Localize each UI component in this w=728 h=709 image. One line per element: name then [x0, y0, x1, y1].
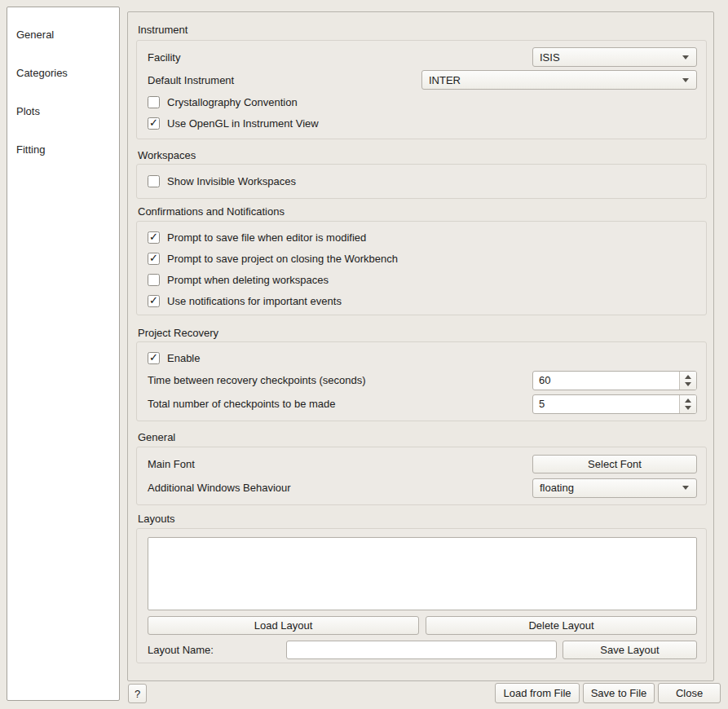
time-between-checkpoints-value: 60 [533, 372, 679, 390]
prompt-save-project-checkbox[interactable]: ✓ [148, 253, 160, 265]
windows-behaviour-label: Additional Windows Behaviour [148, 482, 291, 494]
sidebar-item-fitting[interactable]: Fitting [7, 130, 119, 169]
prompt-save-file-label: Prompt to save file when editor is modif… [167, 231, 366, 244]
chevron-down-icon [682, 55, 689, 59]
general-group: Main Font Select Font Additional Windows… [136, 447, 707, 505]
check-icon: ✓ [149, 231, 158, 242]
section-header-confirmations: Confirmations and Notifications [138, 205, 285, 218]
total-checkpoints-value: 5 [533, 395, 679, 413]
delete-layout-button[interactable]: Delete Layout [426, 616, 697, 635]
layouts-group: Load Layout Delete Layout Layout Name: S… [136, 528, 707, 663]
section-header-project-recovery: Project Recovery [138, 327, 218, 340]
close-button-label: Close [676, 687, 703, 699]
sidebar-item-general[interactable]: General [7, 15, 119, 54]
settings-category-list: General Categories Plots Fitting [7, 7, 120, 701]
layout-name-label: Layout Name: [148, 644, 286, 656]
confirmations-group: ✓ Prompt to save file when editor is mod… [136, 221, 707, 315]
default-instrument-combobox[interactable]: INTER [421, 70, 697, 90]
help-button-label: ? [135, 688, 140, 700]
check-icon: ✓ [149, 352, 158, 363]
instrument-group: Facility ISIS Default Instrument INTER ✓… [136, 40, 707, 139]
prompt-deleting-workspaces-checkbox[interactable]: ✓ [148, 274, 160, 286]
prompt-save-file-checkbox[interactable]: ✓ [148, 231, 160, 244]
show-invisible-workspaces-label: Show Invisible Workspaces [167, 175, 296, 187]
time-between-checkpoints-spinbox[interactable]: 60 [532, 371, 697, 390]
section-header-layouts: Layouts [138, 513, 175, 526]
layout-name-input[interactable] [286, 641, 557, 659]
recovery-enable-label: Enable [167, 352, 200, 364]
main-font-label: Main Font [148, 458, 195, 470]
spin-down-icon[interactable] [685, 406, 691, 410]
total-checkpoints-label: Total number of checkpoints to be made [148, 398, 336, 410]
help-button[interactable]: ? [128, 684, 147, 703]
close-button[interactable]: Close [658, 683, 721, 703]
spin-up-icon[interactable] [685, 375, 691, 379]
saved-layouts-list[interactable] [148, 537, 697, 610]
select-font-button-label: Select Font [588, 458, 642, 470]
workspaces-group: ✓ Show Invisible Workspaces [136, 164, 707, 199]
section-header-workspaces: Workspaces [138, 149, 196, 162]
load-from-file-button[interactable]: Load from File [495, 683, 580, 703]
load-layout-button[interactable]: Load Layout [148, 616, 419, 635]
default-instrument-combobox-value: INTER [422, 74, 682, 86]
spin-up-icon[interactable] [685, 399, 691, 403]
crystallography-convention-checkbox[interactable]: ✓ [148, 96, 160, 108]
windows-behaviour-combobox-value: floating [533, 482, 682, 494]
facility-combobox[interactable]: ISIS [532, 47, 697, 67]
sidebar-item-plots[interactable]: Plots [7, 92, 119, 130]
project-recovery-group: ✓ Enable Time between recovery checkpoin… [136, 341, 707, 421]
sidebar-item-categories[interactable]: Categories [7, 54, 119, 92]
check-icon: ✓ [149, 117, 158, 128]
facility-label: Facility [148, 51, 180, 64]
delete-layout-button-label: Delete Layout [528, 619, 593, 632]
section-header-instrument: Instrument [138, 24, 188, 37]
save-layout-button[interactable]: Save Layout [563, 641, 697, 659]
spinner-buttons[interactable] [679, 372, 696, 390]
save-to-file-button[interactable]: Save to File [583, 683, 655, 703]
default-instrument-label: Default Instrument [148, 74, 234, 86]
prompt-deleting-workspaces-label: Prompt when deleting workspaces [167, 274, 329, 286]
total-checkpoints-spinbox[interactable]: 5 [532, 394, 697, 414]
select-font-button[interactable]: Select Font [532, 455, 697, 473]
use-notifications-checkbox[interactable]: ✓ [148, 295, 160, 307]
crystallography-convention-label: Crystallography Convention [167, 96, 298, 108]
prompt-save-project-label: Prompt to save project on closing the Wo… [167, 253, 398, 265]
windows-behaviour-combobox[interactable]: floating [532, 478, 697, 498]
spinner-buttons[interactable] [679, 395, 696, 413]
save-to-file-button-label: Save to File [591, 687, 647, 699]
save-layout-button-label: Save Layout [600, 644, 659, 656]
use-opengl-label: Use OpenGL in Instrument View [167, 117, 319, 130]
general-settings-panel: Instrument Facility ISIS Default Instrum… [127, 11, 714, 681]
chevron-down-icon [682, 486, 689, 490]
load-from-file-button-label: Load from File [503, 687, 571, 699]
facility-combobox-value: ISIS [533, 51, 682, 64]
show-invisible-workspaces-checkbox[interactable]: ✓ [148, 175, 160, 187]
dialog-button-row: Load from File Save to File Close [495, 683, 721, 703]
recovery-enable-checkbox[interactable]: ✓ [148, 352, 160, 364]
use-notifications-label: Use notifications for important events [167, 295, 342, 307]
use-opengl-checkbox[interactable]: ✓ [148, 117, 160, 130]
load-layout-button-label: Load Layout [254, 619, 313, 632]
check-icon: ✓ [149, 253, 158, 263]
section-header-general: General [138, 431, 175, 444]
check-icon: ✓ [149, 295, 158, 306]
time-between-checkpoints-label: Time between recovery checkpoints (secon… [148, 374, 366, 386]
spin-down-icon[interactable] [685, 382, 691, 386]
chevron-down-icon [682, 78, 689, 82]
